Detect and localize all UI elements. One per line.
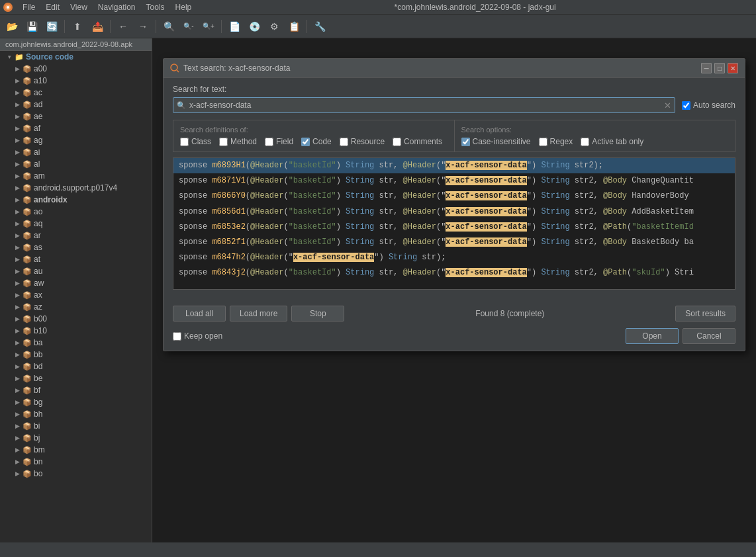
table-row[interactable]: sponse m6843j2(@Header("basketId") Strin… bbox=[173, 265, 735, 280]
tree-item-al[interactable]: ▶📦al bbox=[0, 158, 152, 170]
table-row[interactable]: sponse m6871V1(@Header("basketId") Strin… bbox=[173, 173, 735, 189]
search-next-button[interactable]: 🔍+ bbox=[199, 17, 218, 36]
results-area[interactable]: sponse m6893H1(@Header("basketId") Strin… bbox=[173, 157, 735, 290]
cancel-button[interactable]: Cancel bbox=[683, 328, 735, 344]
sort-results-button[interactable]: Sort results bbox=[675, 306, 735, 321]
tree-item-b10[interactable]: ▶📦b10 bbox=[0, 325, 152, 337]
tree-item-bb[interactable]: ▶📦bb bbox=[0, 349, 152, 361]
table-row[interactable]: sponse m6866Y0(@Header("basketId") Strin… bbox=[173, 189, 735, 204]
tree-item-af[interactable]: ▶📦af bbox=[0, 122, 152, 134]
menu-tools[interactable]: Tools bbox=[141, 1, 170, 13]
save-button[interactable]: 💾 bbox=[23, 17, 41, 36]
tree-item-bn[interactable]: ▶📦bn bbox=[0, 456, 152, 468]
checkbox-class-input[interactable] bbox=[180, 138, 189, 146]
tree-item-am[interactable]: ▶📦am bbox=[0, 170, 152, 182]
export-all-button[interactable]: ⬆ bbox=[68, 17, 87, 36]
checkbox-class[interactable]: Class bbox=[180, 137, 211, 146]
tree-item-ba[interactable]: ▶📦ba bbox=[0, 337, 152, 349]
sidebar-tab[interactable]: com.johnlewis.android_2022-09-08.apk bbox=[0, 38, 152, 51]
search-button[interactable]: 🔍 bbox=[160, 17, 178, 36]
tree-item-ae[interactable]: ▶📦ae bbox=[0, 110, 152, 122]
tree-item-bg[interactable]: ▶📦bg bbox=[0, 396, 152, 408]
settings-button[interactable]: 🔧 bbox=[310, 17, 329, 36]
checkbox-regex[interactable]: Regex bbox=[539, 137, 573, 146]
checkbox-code-input[interactable] bbox=[301, 138, 310, 146]
keep-open-checkbox[interactable] bbox=[173, 332, 181, 341]
keep-open-label[interactable]: Keep open bbox=[184, 331, 222, 341]
tree-item-bo[interactable]: ▶📦bo bbox=[0, 468, 152, 480]
open-file-button[interactable]: 📄 bbox=[225, 17, 244, 36]
tree-item-aq[interactable]: ▶📦aq bbox=[0, 218, 152, 230]
checkbox-field[interactable]: Field bbox=[265, 137, 293, 146]
menu-help[interactable]: Help bbox=[170, 1, 197, 13]
checkbox-method[interactable]: Method bbox=[219, 137, 257, 146]
checkbox-regex-input[interactable] bbox=[539, 138, 547, 146]
checkbox-comments[interactable]: Comments bbox=[393, 137, 442, 146]
menu-file[interactable]: File bbox=[17, 1, 40, 13]
save-file-button[interactable]: 💿 bbox=[245, 17, 263, 36]
tree-item-az[interactable]: ▶📦az bbox=[0, 301, 152, 313]
nav-forward-button[interactable]: → bbox=[134, 17, 152, 36]
tree-item-ac[interactable]: ▶📦ac bbox=[0, 87, 152, 99]
load-more-button[interactable]: Load more bbox=[230, 306, 287, 321]
checkbox-comments-input[interactable] bbox=[393, 138, 401, 146]
export-button[interactable]: 📤 bbox=[88, 17, 107, 36]
search-text-input[interactable] bbox=[173, 97, 675, 113]
tree-item-bm[interactable]: ▶📦bm bbox=[0, 444, 152, 456]
load-all-button[interactable]: Load all bbox=[173, 306, 226, 321]
tree-item-as[interactable]: ▶📦as bbox=[0, 241, 152, 253]
dialog-minimize-button[interactable]: ─ bbox=[701, 63, 712, 73]
dialog-maximize-button[interactable]: □ bbox=[714, 63, 725, 73]
tree-item-ag[interactable]: ▶📦ag bbox=[0, 134, 152, 146]
tree-item-at[interactable]: ▶📦at bbox=[0, 253, 152, 265]
tree-item-ar[interactable]: ▶📦ar bbox=[0, 230, 152, 241]
checkbox-field-input[interactable] bbox=[265, 138, 273, 146]
stop-button[interactable]: Stop bbox=[291, 306, 344, 321]
open-button-dialog[interactable]: Open bbox=[626, 328, 679, 344]
checkbox-case-insensitive[interactable]: Case-insensitive bbox=[461, 137, 531, 146]
checkbox-code[interactable]: Code bbox=[301, 137, 332, 146]
tree-item-ad[interactable]: ▶📦ad bbox=[0, 99, 152, 110]
tree-item-android.support.p017v4[interactable]: ▶📦android.support.p017v4 bbox=[0, 182, 152, 194]
tree-item-ai[interactable]: ▶📦ai bbox=[0, 146, 152, 158]
menu-navigation[interactable]: Navigation bbox=[93, 1, 141, 13]
search-prev-button[interactable]: 🔍- bbox=[179, 17, 198, 36]
nav-back-button[interactable]: ← bbox=[114, 17, 132, 36]
checkbox-case-insensitive-input[interactable] bbox=[461, 138, 470, 146]
checkbox-method-input[interactable] bbox=[219, 138, 228, 146]
table-row[interactable]: sponse m6856d1(@Header("basketId") Strin… bbox=[173, 204, 735, 220]
dialog-close-button[interactable]: ✕ bbox=[728, 63, 738, 73]
open-button[interactable]: 📂 bbox=[3, 17, 21, 36]
refresh-button[interactable]: 🔄 bbox=[42, 17, 61, 36]
tree-item-bi[interactable]: ▶📦bi bbox=[0, 420, 152, 432]
tree-item-bf[interactable]: ▶📦bf bbox=[0, 384, 152, 396]
tree-item-ao[interactable]: ▶📦ao bbox=[0, 206, 152, 218]
tree-item-ax[interactable]: ▶📦ax bbox=[0, 289, 152, 301]
table-row[interactable]: sponse m6847h2(@Header("x-acf-sensor-dat… bbox=[173, 250, 735, 265]
checkbox-resource-input[interactable] bbox=[340, 138, 348, 146]
tree-item-be[interactable]: ▶📦be bbox=[0, 372, 152, 384]
menu-view[interactable]: View bbox=[65, 1, 93, 13]
menu-edit[interactable]: Edit bbox=[40, 1, 65, 13]
tree-item-bh[interactable]: ▶📦bh bbox=[0, 408, 152, 420]
tree-item-a10[interactable]: ▶📦a10 bbox=[0, 75, 152, 87]
unknown-button[interactable]: 📋 bbox=[285, 17, 303, 36]
tree-item-b00[interactable]: ▶📦b00 bbox=[0, 313, 152, 325]
checkbox-active-tab-only-input[interactable] bbox=[581, 138, 589, 146]
checkbox-resource[interactable]: Resource bbox=[340, 137, 385, 146]
tree-item-a00[interactable]: ▶📦a00 bbox=[0, 63, 152, 75]
checkbox-active-tab-only[interactable]: Active tab only bbox=[581, 137, 643, 146]
auto-search-label[interactable]: Auto search bbox=[693, 101, 735, 110]
decompile-button[interactable]: ⚙ bbox=[265, 17, 283, 36]
tree-item-source-code[interactable]: ▾ 📁 Source code bbox=[0, 51, 152, 63]
search-clear-icon[interactable]: ✕ bbox=[664, 101, 671, 110]
table-row[interactable]: sponse m6853e2(@Header("basketId") Strin… bbox=[173, 220, 735, 235]
table-row[interactable]: sponse m6893H1(@Header("basketId") Strin… bbox=[173, 158, 735, 173]
tree-item-aw[interactable]: ▶📦aw bbox=[0, 277, 152, 289]
table-row[interactable]: sponse m6852f1(@Header("basketId") Strin… bbox=[173, 235, 735, 250]
auto-search-checkbox[interactable] bbox=[682, 101, 690, 110]
tree-item-androidx[interactable]: ▶📦androidx bbox=[0, 194, 152, 206]
tree-item-bj[interactable]: ▶📦bj bbox=[0, 432, 152, 444]
tree-item-bd[interactable]: ▶📦bd bbox=[0, 361, 152, 372]
tree-item-au[interactable]: ▶📦au bbox=[0, 265, 152, 277]
